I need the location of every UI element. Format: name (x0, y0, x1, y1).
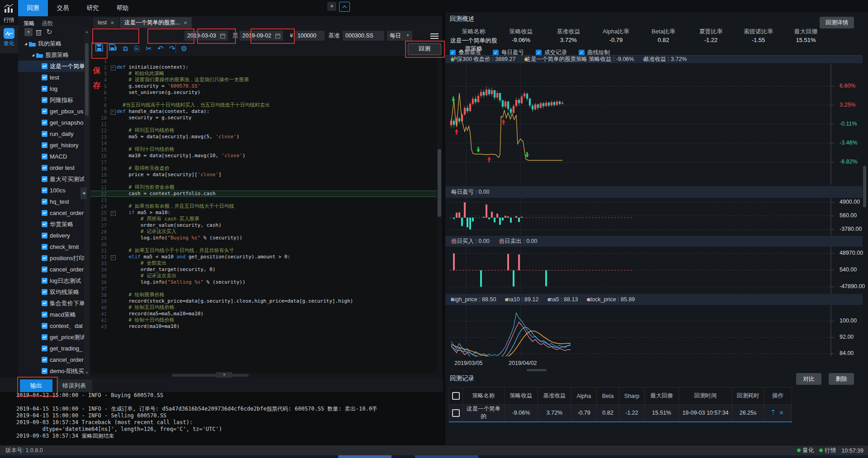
console-tab-errors[interactable]: 错误列表 (56, 379, 92, 392)
tree-item[interactable]: get_trading_ (18, 343, 84, 354)
tree-item[interactable]: get_pbox_us (18, 106, 84, 117)
fold-marker[interactable] (109, 197, 117, 203)
fold-marker[interactable] (109, 260, 117, 266)
end-date-input[interactable]: 2019-09-02 (240, 31, 283, 41)
fold-marker[interactable] (109, 184, 117, 191)
returns-candlestick-chart[interactable] (450, 64, 838, 185)
code-line[interactable]: 24 # 如果当前有余额，并且五日均线大于十日均线 (90, 203, 437, 210)
code-line[interactable]: 30 (90, 241, 437, 248)
settings-gear-icon[interactable]: ⚙ (179, 44, 189, 54)
menu-hamburger-icon[interactable] (430, 32, 439, 38)
fold-marker[interactable] (109, 121, 117, 127)
fold-marker[interactable] (109, 298, 117, 304)
tree-item[interactable]: context、dat (18, 320, 84, 332)
undo-icon[interactable]: ↶ (156, 44, 165, 54)
fold-marker[interactable] (109, 229, 117, 235)
code-line[interactable]: 41 record(ma5=ma5,ma10=ma10) (90, 311, 437, 317)
tree-item[interactable]: demo-阳线买 (18, 365, 84, 376)
sidebar-tab-strategy[interactable]: 策略 (24, 20, 35, 28)
code-line[interactable]: 34 order_target(security, 0) (90, 266, 437, 273)
fold-marker[interactable] (109, 266, 117, 273)
code-line[interactable]: 22 cash = context.portfolio.cash (90, 191, 437, 197)
code-line[interactable]: 1 (90, 58, 437, 64)
fold-marker[interactable] (109, 191, 117, 197)
fold-marker[interactable] (109, 279, 117, 285)
table-row[interactable]: 这是一个简单的-9.06%3.72%-0.790.82-1.2215.51%19… (449, 405, 792, 422)
fold-marker[interactable] (109, 159, 117, 165)
checkbox[interactable] (452, 409, 460, 417)
code-editor[interactable]: 12−def initialize(context):3 # 初始化此策略4 #… (90, 56, 437, 373)
tree-item[interactable]: test (18, 72, 84, 83)
capital-input[interactable]: 100000 (295, 31, 325, 41)
code-line[interactable]: 42 # 绘制十日均线价格 (90, 317, 437, 323)
code-line[interactable]: 14 (90, 140, 437, 146)
tree-folder[interactable]: 股票策略 (18, 49, 84, 61)
menu-item[interactable]: 回测 (18, 0, 48, 16)
fold-marker[interactable] (109, 222, 117, 229)
tree-item[interactable]: log日志测试 (18, 275, 84, 286)
code-line[interactable]: 25− if ma5 > ma10: (90, 210, 437, 216)
code-line[interactable]: 29 log.info("Buying %s" % (security)) (90, 235, 437, 241)
code-line[interactable]: 3 # 初始化此策略 (90, 70, 437, 77)
code-line[interactable]: 2−def initialize(context): (90, 64, 437, 70)
console-output[interactable]: 2019-04-12 15:00:00 - INFO - Buying 6005… (0, 392, 443, 445)
delete-button[interactable]: 删除 (829, 373, 854, 385)
save-icon[interactable] (94, 44, 104, 54)
code-line[interactable]: 38 # 绘制股票价格 (90, 292, 437, 298)
tree-item[interactable]: log (18, 83, 84, 94)
fold-marker[interactable]: − (109, 210, 117, 216)
fold-marker[interactable] (109, 140, 117, 146)
tree-item[interactable]: run_daily (18, 128, 84, 140)
frequency-select[interactable]: 每日▼ (387, 31, 412, 41)
code-line[interactable]: 26 # 用所有 cash 买入股票 (90, 216, 437, 222)
fold-marker[interactable] (109, 317, 117, 323)
panel-vscrollbar[interactable] (863, 12, 867, 445)
tree-item[interactable]: macd策略 (18, 309, 84, 320)
tree-item[interactable]: 集合竞价下单 (18, 298, 84, 309)
fold-marker[interactable] (109, 292, 117, 298)
sidebar-scrollbar[interactable]: ▲ ▼ (84, 29, 90, 376)
daily-pnl-bar-chart[interactable] (450, 198, 838, 236)
tree-item[interactable]: get_price测试 (18, 332, 84, 343)
cut-icon[interactable]: ✂ (144, 44, 154, 54)
code-line[interactable]: 19 price = data[security]['close'] (90, 172, 437, 178)
fold-marker[interactable] (109, 248, 117, 254)
backtest-detail-button[interactable]: 回测详情 (820, 17, 854, 28)
fold-marker[interactable] (109, 146, 117, 153)
fold-marker[interactable] (109, 83, 117, 89)
fold-marker[interactable] (109, 273, 117, 279)
fold-marker[interactable]: − (109, 108, 117, 115)
fold-marker[interactable] (109, 241, 117, 248)
code-line[interactable]: 4 # 设置我们要操作的股票池，这里我们只操作一支股票 (90, 77, 437, 83)
tree-item[interactable]: get_history (18, 140, 84, 151)
code-line[interactable]: 36 log.info("Selling %s" % (security)) (90, 279, 437, 285)
fold-marker[interactable] (109, 77, 117, 83)
fold-marker[interactable] (109, 134, 117, 140)
tree-item[interactable]: 这是一个简单 (18, 61, 84, 72)
tree-item[interactable]: positions打印 (18, 252, 84, 264)
code-line[interactable]: 23 (90, 197, 437, 203)
code-line[interactable]: 13 ma5 = data[security].mavg(5, 'close') (90, 134, 437, 140)
code-line[interactable]: 10 security = g.security (90, 115, 437, 121)
code-line[interactable]: 16 ma10 = data[security].mavg(10, 'close… (90, 153, 437, 159)
editor-tab[interactable]: 这是一个简单的股票...✕ (120, 17, 192, 28)
code-line[interactable]: 40 # 绘制五日均线价格 (90, 304, 437, 311)
fold-marker[interactable] (109, 172, 117, 178)
sidebar-collapse-icon[interactable]: ◀ (80, 187, 87, 199)
expand-icon[interactable] (24, 42, 27, 45)
menu-item[interactable]: 帮助 (108, 0, 137, 16)
checkbox[interactable] (452, 392, 460, 400)
code-line[interactable]: 21 # 得到当前资金余额 (90, 184, 437, 191)
fold-marker[interactable] (109, 58, 117, 64)
tree-item[interactable]: 最大可买测试 (18, 173, 84, 185)
scroll-up-icon[interactable]: ▲ (84, 30, 90, 34)
editor-collapse-down-icon[interactable]: ▼ (216, 372, 232, 378)
tree-item[interactable]: 华贯策略 (18, 219, 84, 230)
menu-item[interactable]: 交易 (48, 0, 78, 16)
fold-marker[interactable] (109, 178, 117, 184)
code-line[interactable]: 12 # 得到五日均线价格 (90, 127, 437, 134)
fold-marker[interactable] (109, 115, 117, 121)
save-all-icon[interactable] (108, 44, 118, 54)
console-tab-output[interactable]: 输出 (20, 379, 52, 392)
run-backtest-button[interactable]: 回测 (408, 43, 441, 55)
